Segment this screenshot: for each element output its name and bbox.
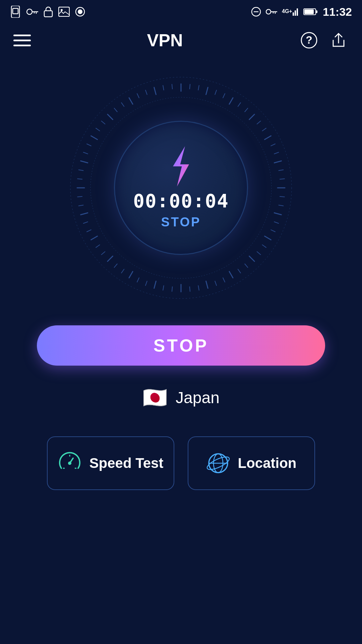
svg-line-34 <box>238 103 241 106</box>
svg-line-38 <box>262 128 266 131</box>
speedometer-icon <box>58 451 81 475</box>
svg-line-31 <box>215 90 217 95</box>
svg-rect-22 <box>316 10 317 13</box>
svg-line-86 <box>87 144 91 146</box>
svg-point-13 <box>266 9 271 14</box>
svg-line-77 <box>83 222 88 223</box>
dnd-icon <box>251 7 261 17</box>
svg-line-52 <box>262 245 266 248</box>
svg-line-48 <box>274 213 281 215</box>
svg-line-37 <box>257 121 261 124</box>
share-icon <box>330 32 347 49</box>
svg-line-80 <box>77 197 82 197</box>
country-flag: 🇯🇵 <box>142 386 168 410</box>
svg-line-46 <box>280 197 285 197</box>
svg-rect-1 <box>13 8 18 14</box>
svg-point-101 <box>68 462 71 465</box>
svg-line-64 <box>172 287 172 291</box>
svg-line-95 <box>145 90 147 95</box>
globe-icon <box>206 451 230 475</box>
sim-icon <box>10 6 21 18</box>
svg-line-85 <box>83 152 88 154</box>
svg-line-76 <box>87 230 91 232</box>
gauge-wrapper[interactable]: 00:00:04 STOP <box>64 70 298 305</box>
top-actions: ? <box>299 30 349 50</box>
share-button[interactable] <box>328 30 349 50</box>
svg-line-87 <box>91 136 98 140</box>
app-title: VPN <box>147 30 183 50</box>
record-icon <box>75 7 85 17</box>
svg-line-75 <box>91 236 98 240</box>
svg-line-28 <box>190 84 190 89</box>
svg-line-59 <box>215 281 217 285</box>
svg-line-84 <box>81 161 88 163</box>
svg-line-39 <box>264 136 271 140</box>
svg-line-56 <box>238 269 241 273</box>
svg-line-73 <box>102 252 105 255</box>
svg-line-51 <box>264 236 271 240</box>
menu-line-2 <box>13 40 31 41</box>
status-left-icons <box>10 6 85 18</box>
key-icon <box>26 7 38 16</box>
bottom-buttons: Speed Test Location <box>47 436 315 490</box>
svg-line-68 <box>137 278 139 282</box>
svg-line-36 <box>249 114 255 120</box>
svg-line-60 <box>206 281 208 288</box>
svg-rect-23 <box>304 9 314 14</box>
main-content: 00:00:04 STOP STOP 🇯🇵 Japan Speed Test <box>0 57 362 490</box>
image-icon <box>58 7 70 17</box>
svg-text:?: ? <box>306 34 312 46</box>
svg-line-78 <box>81 213 88 215</box>
country-name: Japan <box>176 388 220 407</box>
svg-line-58 <box>223 278 225 282</box>
svg-point-10 <box>78 9 82 14</box>
menu-button[interactable] <box>13 35 31 46</box>
speed-test-label: Speed Test <box>89 455 164 471</box>
svg-rect-20 <box>297 8 298 16</box>
svg-line-94 <box>137 94 139 98</box>
vpn-power-button[interactable]: 00:00:04 STOP <box>114 121 248 255</box>
svg-line-88 <box>96 128 100 131</box>
help-icon: ? <box>300 32 318 49</box>
svg-line-41 <box>274 152 279 154</box>
svg-line-30 <box>206 88 208 95</box>
svg-marker-100 <box>173 146 189 186</box>
svg-line-82 <box>77 179 82 179</box>
svg-line-62 <box>190 287 190 291</box>
signal-icon: 4G+ <box>282 6 299 17</box>
svg-line-49 <box>274 222 279 223</box>
svg-line-54 <box>249 256 255 262</box>
svg-line-61 <box>198 286 199 290</box>
status-bar: 4G+ 11:32 <box>0 0 362 23</box>
help-button[interactable]: ? <box>299 30 319 50</box>
menu-line-3 <box>13 45 31 46</box>
location-button[interactable]: Location <box>188 436 315 490</box>
status-right-icons: 4G+ 11:32 <box>251 5 352 18</box>
country-row: 🇯🇵 Japan <box>142 386 220 410</box>
svg-rect-7 <box>59 7 69 16</box>
stop-button[interactable]: STOP <box>37 325 325 366</box>
svg-line-67 <box>145 281 147 285</box>
menu-line-1 <box>13 35 31 36</box>
svg-point-8 <box>61 9 63 11</box>
svg-line-72 <box>108 256 113 262</box>
timer-display: 00:00:04 <box>133 190 229 212</box>
battery-icon <box>303 8 318 16</box>
lightning-icon <box>164 146 198 186</box>
svg-line-53 <box>257 252 261 255</box>
svg-line-33 <box>229 98 233 104</box>
svg-line-74 <box>96 245 100 248</box>
svg-line-89 <box>102 121 105 124</box>
svg-line-29 <box>198 86 199 90</box>
svg-line-97 <box>163 86 164 90</box>
svg-line-83 <box>79 170 83 170</box>
svg-line-47 <box>279 205 284 206</box>
svg-rect-6 <box>44 11 52 17</box>
svg-line-55 <box>245 264 248 268</box>
svg-line-92 <box>121 103 124 106</box>
key2-icon <box>266 8 277 16</box>
svg-line-44 <box>280 179 285 179</box>
lock-icon <box>44 6 53 17</box>
svg-line-70 <box>121 269 124 273</box>
speed-test-button[interactable]: Speed Test <box>47 436 174 490</box>
